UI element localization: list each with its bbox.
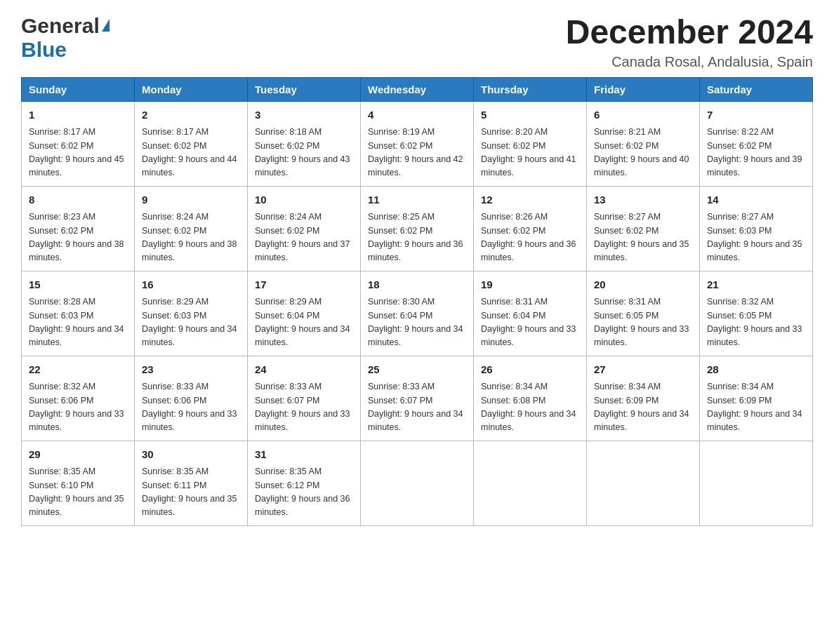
day-number: 7: [707, 107, 805, 123]
day-info: Sunrise: 8:27 AMSunset: 6:02 PMDaylight:…: [594, 210, 692, 265]
day-info: Sunrise: 8:20 AMSunset: 6:02 PMDaylight:…: [481, 126, 579, 180]
day-number: 30: [142, 447, 240, 463]
day-number: 25: [368, 362, 466, 378]
day-number: 19: [481, 277, 579, 293]
day-info: Sunrise: 8:31 AMSunset: 6:04 PMDaylight:…: [481, 295, 579, 350]
calendar-cell: 10Sunrise: 8:24 AMSunset: 6:02 PMDayligh…: [248, 186, 361, 271]
day-number: 18: [368, 277, 466, 293]
calendar-header-row: SundayMondayTuesdayWednesdayThursdayFrid…: [22, 77, 813, 101]
title-section: December 2024 Canada Rosal, Andalusia, S…: [566, 14, 813, 70]
day-number: 9: [142, 192, 240, 208]
day-info: Sunrise: 8:33 AMSunset: 6:07 PMDaylight:…: [255, 380, 353, 435]
calendar-cell: 31Sunrise: 8:35 AMSunset: 6:12 PMDayligh…: [248, 441, 361, 525]
calendar-day-header: Sunday: [22, 77, 135, 101]
day-number: 24: [255, 362, 353, 378]
page-header: General Blue December 2024 Canada Rosal,…: [21, 14, 813, 70]
calendar-cell: 3Sunrise: 8:18 AMSunset: 6:02 PMDaylight…: [248, 101, 361, 186]
logo-blue-text: Blue: [21, 38, 67, 62]
day-info: Sunrise: 8:32 AMSunset: 6:06 PMDaylight:…: [29, 380, 127, 435]
calendar-cell: 12Sunrise: 8:26 AMSunset: 6:02 PMDayligh…: [474, 186, 587, 271]
calendar-cell: 24Sunrise: 8:33 AMSunset: 6:07 PMDayligh…: [248, 356, 361, 441]
day-info: Sunrise: 8:24 AMSunset: 6:02 PMDaylight:…: [255, 210, 353, 265]
calendar-cell: 8Sunrise: 8:23 AMSunset: 6:02 PMDaylight…: [22, 186, 135, 271]
day-info: Sunrise: 8:22 AMSunset: 6:02 PMDaylight:…: [707, 126, 805, 180]
day-info: Sunrise: 8:33 AMSunset: 6:07 PMDaylight:…: [368, 380, 466, 435]
calendar-cell: 15Sunrise: 8:28 AMSunset: 6:03 PMDayligh…: [22, 271, 135, 356]
calendar-day-header: Monday: [135, 77, 248, 101]
day-info: Sunrise: 8:33 AMSunset: 6:06 PMDaylight:…: [142, 380, 240, 435]
calendar-day-header: Friday: [587, 77, 700, 101]
calendar-cell: 22Sunrise: 8:32 AMSunset: 6:06 PMDayligh…: [22, 356, 135, 441]
calendar-week-row: 29Sunrise: 8:35 AMSunset: 6:10 PMDayligh…: [22, 441, 813, 525]
logo-arrow-icon: [102, 19, 110, 32]
day-info: Sunrise: 8:18 AMSunset: 6:02 PMDaylight:…: [255, 126, 353, 180]
day-number: 6: [594, 107, 692, 123]
day-info: Sunrise: 8:28 AMSunset: 6:03 PMDaylight:…: [29, 295, 127, 350]
day-number: 17: [255, 277, 353, 293]
calendar-cell: 16Sunrise: 8:29 AMSunset: 6:03 PMDayligh…: [135, 271, 248, 356]
day-info: Sunrise: 8:27 AMSunset: 6:03 PMDaylight:…: [707, 210, 805, 265]
day-number: 14: [707, 192, 805, 208]
calendar-cell: 11Sunrise: 8:25 AMSunset: 6:02 PMDayligh…: [361, 186, 474, 271]
calendar-cell: 2Sunrise: 8:17 AMSunset: 6:02 PMDaylight…: [135, 101, 248, 186]
day-info: Sunrise: 8:32 AMSunset: 6:05 PMDaylight:…: [707, 295, 805, 350]
day-number: 11: [368, 192, 466, 208]
day-info: Sunrise: 8:24 AMSunset: 6:02 PMDaylight:…: [142, 210, 240, 265]
calendar-cell: 27Sunrise: 8:34 AMSunset: 6:09 PMDayligh…: [587, 356, 700, 441]
location-title: Canada Rosal, Andalusia, Spain: [566, 54, 813, 70]
calendar-cell: [587, 441, 700, 525]
day-number: 16: [142, 277, 240, 293]
calendar-cell: 19Sunrise: 8:31 AMSunset: 6:04 PMDayligh…: [474, 271, 587, 356]
calendar-cell: 17Sunrise: 8:29 AMSunset: 6:04 PMDayligh…: [248, 271, 361, 356]
day-info: Sunrise: 8:25 AMSunset: 6:02 PMDaylight:…: [368, 210, 466, 265]
day-info: Sunrise: 8:21 AMSunset: 6:02 PMDaylight:…: [594, 126, 692, 180]
calendar-cell: 13Sunrise: 8:27 AMSunset: 6:02 PMDayligh…: [587, 186, 700, 271]
calendar-cell: 29Sunrise: 8:35 AMSunset: 6:10 PMDayligh…: [22, 441, 135, 525]
day-number: 22: [29, 362, 127, 378]
calendar-cell: 1Sunrise: 8:17 AMSunset: 6:02 PMDaylight…: [22, 101, 135, 186]
day-number: 8: [29, 192, 127, 208]
calendar-day-header: Saturday: [700, 77, 813, 101]
logo: General Blue: [21, 14, 110, 62]
day-info: Sunrise: 8:35 AMSunset: 6:10 PMDaylight:…: [29, 465, 127, 520]
day-number: 15: [29, 277, 127, 293]
calendar-cell: 9Sunrise: 8:24 AMSunset: 6:02 PMDaylight…: [135, 186, 248, 271]
day-number: 27: [594, 362, 692, 378]
calendar-cell: [361, 441, 474, 525]
calendar-cell: 5Sunrise: 8:20 AMSunset: 6:02 PMDaylight…: [474, 101, 587, 186]
day-number: 26: [481, 362, 579, 378]
day-info: Sunrise: 8:19 AMSunset: 6:02 PMDaylight:…: [368, 126, 466, 180]
day-number: 4: [368, 107, 466, 123]
calendar-week-row: 15Sunrise: 8:28 AMSunset: 6:03 PMDayligh…: [22, 271, 813, 356]
day-number: 13: [594, 192, 692, 208]
calendar-day-header: Wednesday: [361, 77, 474, 101]
day-number: 10: [255, 192, 353, 208]
day-number: 20: [594, 277, 692, 293]
day-number: 3: [255, 107, 353, 123]
day-info: Sunrise: 8:35 AMSunset: 6:11 PMDaylight:…: [142, 465, 240, 520]
day-number: 21: [707, 277, 805, 293]
calendar-week-row: 1Sunrise: 8:17 AMSunset: 6:02 PMDaylight…: [22, 101, 813, 186]
calendar-cell: 20Sunrise: 8:31 AMSunset: 6:05 PMDayligh…: [587, 271, 700, 356]
calendar-cell: 7Sunrise: 8:22 AMSunset: 6:02 PMDaylight…: [700, 101, 813, 186]
calendar-cell: 21Sunrise: 8:32 AMSunset: 6:05 PMDayligh…: [700, 271, 813, 356]
day-number: 23: [142, 362, 240, 378]
day-info: Sunrise: 8:23 AMSunset: 6:02 PMDaylight:…: [29, 210, 127, 265]
day-number: 12: [481, 192, 579, 208]
calendar-cell: 25Sunrise: 8:33 AMSunset: 6:07 PMDayligh…: [361, 356, 474, 441]
day-info: Sunrise: 8:29 AMSunset: 6:04 PMDaylight:…: [255, 295, 353, 350]
day-info: Sunrise: 8:26 AMSunset: 6:02 PMDaylight:…: [481, 210, 579, 265]
logo-general-text: General: [21, 14, 100, 38]
calendar-cell: 30Sunrise: 8:35 AMSunset: 6:11 PMDayligh…: [135, 441, 248, 525]
calendar-cell: [700, 441, 813, 525]
day-info: Sunrise: 8:34 AMSunset: 6:08 PMDaylight:…: [481, 380, 579, 435]
calendar-cell: 6Sunrise: 8:21 AMSunset: 6:02 PMDaylight…: [587, 101, 700, 186]
day-info: Sunrise: 8:34 AMSunset: 6:09 PMDaylight:…: [707, 380, 805, 435]
calendar-week-row: 8Sunrise: 8:23 AMSunset: 6:02 PMDaylight…: [22, 186, 813, 271]
day-number: 31: [255, 447, 353, 463]
day-number: 28: [707, 362, 805, 378]
calendar-cell: 23Sunrise: 8:33 AMSunset: 6:06 PMDayligh…: [135, 356, 248, 441]
day-info: Sunrise: 8:17 AMSunset: 6:02 PMDaylight:…: [142, 126, 240, 180]
calendar-day-header: Thursday: [474, 77, 587, 101]
calendar-table: SundayMondayTuesdayWednesdayThursdayFrid…: [21, 77, 813, 526]
